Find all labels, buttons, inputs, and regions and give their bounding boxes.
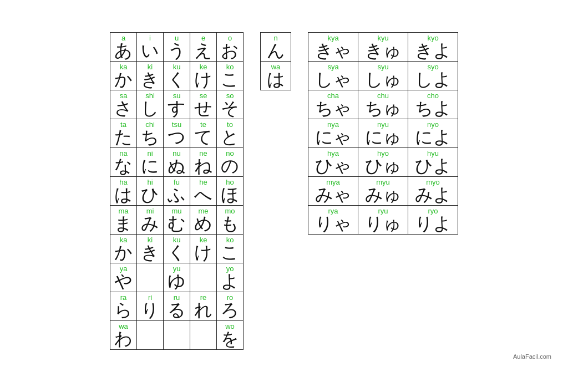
table-cell: riり: [137, 292, 164, 321]
table-cell: kiき: [137, 62, 164, 90]
table-cell: myuみゅ: [358, 177, 408, 206]
table-cell: naな: [110, 148, 137, 177]
table-cell: kuく: [164, 235, 190, 263]
table-cell: roろ: [217, 292, 244, 321]
table-cell: chuちゅ: [358, 90, 408, 119]
table-cell: iい: [137, 33, 164, 62]
table-cell: ryoりよ: [408, 206, 458, 235]
table-cell: yaや: [110, 263, 137, 292]
table-cell: fuふ: [164, 177, 190, 206]
table-cell: niに: [137, 148, 164, 177]
table-cell: nyuにゅ: [358, 119, 408, 148]
table-cell: koこ: [217, 62, 244, 90]
table-cell: [137, 321, 164, 350]
combo-table: kyaきゃkyuきゅkyoきよsyaしゃsyuしゅsyoしよchaちゃchuちゅ…: [308, 32, 458, 235]
table-cell: maま: [110, 206, 137, 235]
table-cell: hyaひゃ: [308, 148, 358, 177]
table-cell: kaか: [110, 62, 137, 90]
table-cell: waわ: [110, 321, 137, 350]
table-cell: seせ: [190, 90, 217, 119]
table-cell: muむ: [164, 206, 190, 235]
table-cell: [190, 263, 217, 292]
table-cell: tsuつ: [164, 119, 190, 148]
table-cell: kyuきゅ: [358, 33, 408, 62]
table-cell: hyoひゅ: [358, 148, 408, 177]
table-cell: shiし: [137, 90, 164, 119]
table-cell: miみ: [137, 206, 164, 235]
table-cell: neね: [190, 148, 217, 177]
table-cell: nuぬ: [164, 148, 190, 177]
table-cell: keけ: [190, 62, 217, 90]
table-cell: nyoによ: [408, 119, 458, 148]
main-hiragana-table: aあiいuうeえoおkaかkiきkuくkeけkoこsaさshiしsuすseせso…: [110, 32, 244, 350]
table-cell: ryaりゃ: [308, 206, 358, 235]
table-cell: taた: [110, 119, 137, 148]
table-cell: hoほ: [217, 177, 244, 206]
table-cell: koこ: [217, 235, 244, 263]
table-cell: kyaきゃ: [308, 33, 358, 62]
table-cell: hyuひよ: [408, 148, 458, 177]
table-cell: yoよ: [217, 263, 244, 292]
table-cell: saさ: [110, 90, 137, 119]
table-cell: kaか: [110, 235, 137, 263]
table-cell: syoしよ: [408, 62, 458, 90]
table-cell: noの: [217, 148, 244, 177]
table-cell: ruる: [164, 292, 190, 321]
table-cell: soそ: [217, 90, 244, 119]
table-cell: chiち: [137, 119, 164, 148]
table-cell: syaしゃ: [308, 62, 358, 90]
tables-wrapper: aあiいuうeえoおkaかkiきkuくkeけkoこsaさshiしsuすseせso…: [110, 32, 458, 350]
table-cell: kuく: [164, 62, 190, 90]
table-cell: syuしゅ: [358, 62, 408, 90]
table-cell: haは: [110, 177, 137, 206]
table-cell: [137, 263, 164, 292]
table-cell: chaちゃ: [308, 90, 358, 119]
footer: AulaFacil.com: [11, 353, 557, 360]
table-cell: reれ: [190, 292, 217, 321]
table-cell: woを: [217, 321, 244, 350]
table-cell: [164, 321, 190, 350]
table-cell: moも: [217, 206, 244, 235]
page-wrapper: aあiいuうeえoおkaかkiきkuくkeけkoこsaさshiしsuすseせso…: [11, 32, 557, 360]
table-cell: raら: [110, 292, 137, 321]
table-cell: eえ: [190, 33, 217, 62]
table-cell: kyoきよ: [408, 33, 458, 62]
table-cell: choちよ: [408, 90, 458, 119]
table-cell: aあ: [110, 33, 137, 62]
table-cell: kiき: [137, 235, 164, 263]
table-cell: myaみゃ: [308, 177, 358, 206]
table-cell: nyaにゃ: [308, 119, 358, 148]
table-cell: ryuりゅ: [358, 206, 408, 235]
table-cell: hiひ: [137, 177, 164, 206]
table-cell: nん: [261, 33, 291, 62]
table-cell: keけ: [190, 235, 217, 263]
table-cell: myoみよ: [408, 177, 458, 206]
table-cell: toと: [217, 119, 244, 148]
table-cell: waは: [261, 62, 291, 90]
table-cell: [190, 321, 217, 350]
table-cell: oお: [217, 33, 244, 62]
table-cell: teて: [190, 119, 217, 148]
table-cell: heへ: [190, 177, 217, 206]
table-cell: uう: [164, 33, 190, 62]
table-cell: meめ: [190, 206, 217, 235]
n-wa-table: nんwaは: [260, 32, 291, 90]
table-cell: yuゆ: [164, 263, 190, 292]
table-cell: suす: [164, 90, 190, 119]
